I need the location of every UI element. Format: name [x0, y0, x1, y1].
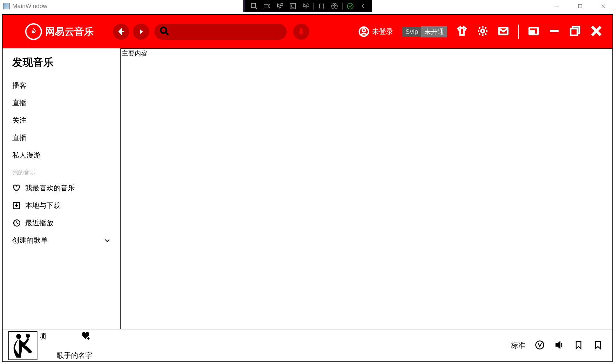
singer-name[interactable]: 歌手的名字 [57, 351, 92, 360]
svg-point-7 [347, 3, 353, 9]
messages-button[interactable] [497, 25, 509, 38]
dev-pointer-refresh-icon[interactable] [299, 0, 312, 12]
svip-label: Svip [402, 27, 421, 37]
svg-point-21 [16, 334, 21, 339]
svg-rect-4 [292, 5, 294, 7]
volume-button[interactable] [554, 340, 564, 351]
mini-mode-button[interactable] [528, 25, 539, 38]
sidebar-item-local[interactable]: 本地与下载 [12, 197, 111, 214]
svg-rect-1 [264, 5, 268, 8]
download-icon [12, 201, 21, 210]
search-input[interactable] [169, 28, 287, 35]
bookmark-button-2[interactable] [593, 340, 603, 351]
svg-rect-3 [290, 4, 295, 9]
logo[interactable]: 网易云音乐 [25, 23, 94, 40]
logo-icon [25, 23, 42, 40]
sidebar-item-created-playlists[interactable]: 创建的歌单 [12, 232, 111, 249]
history-icon [12, 219, 21, 227]
search-box[interactable] [154, 24, 287, 40]
sidebar-item-live-2[interactable]: 直播 [12, 129, 111, 147]
album-art[interactable] [8, 331, 37, 360]
dev-pointer-square-icon[interactable] [273, 0, 286, 12]
svg-point-24 [536, 341, 544, 349]
dancers-icon [12, 333, 34, 359]
like-button[interactable] [81, 331, 90, 342]
dev-braces-icon[interactable] [315, 0, 328, 12]
svg-point-12 [362, 29, 365, 32]
dev-selector-icon[interactable] [248, 0, 261, 12]
window-titlebar: MainWindow [0, 0, 615, 12]
circle-v-icon [535, 340, 545, 350]
bookmark-button-1[interactable] [574, 340, 583, 351]
sidebar: 发现音乐 播客 直播 关注 直播 私人漫游 我的音乐 我最喜欢的音乐 本地与下载… [3, 48, 120, 329]
dev-toolbar [243, 0, 372, 12]
svip-badge[interactable]: Svip 未开通 [402, 26, 447, 37]
svip-status: 未开通 [421, 26, 447, 37]
voice-search-button[interactable] [293, 24, 309, 40]
app-maximize-button[interactable] [569, 25, 581, 38]
dev-stop-icon[interactable] [286, 0, 299, 12]
login-text: 未登录 [372, 27, 393, 36]
sidebar-item-live[interactable]: 直播 [12, 94, 111, 112]
sidebar-item-label: 本地与下载 [25, 201, 61, 210]
window-close-button[interactable] [592, 0, 615, 12]
window-title: MainWindow [12, 3, 47, 10]
dev-status-ok-icon[interactable] [344, 0, 357, 12]
audio-effect-button[interactable] [535, 340, 545, 351]
track-meta-suffix: 顷 [39, 331, 46, 341]
nav-back-button[interactable] [113, 24, 129, 40]
mail-icon [497, 25, 509, 37]
app-close-button[interactable] [590, 25, 603, 39]
main-content: 主要内容 [120, 48, 612, 329]
close-icon [590, 25, 603, 37]
heart-add-icon [81, 331, 90, 340]
settings-button[interactable] [477, 25, 488, 38]
sidebar-item-roam[interactable]: 私人漫游 [12, 147, 111, 164]
heart-icon [12, 184, 21, 192]
svg-point-22 [26, 333, 30, 338]
app-header: 网易云音乐 未登录 [3, 15, 612, 48]
svg-rect-16 [530, 31, 534, 34]
svg-point-13 [481, 29, 485, 33]
sidebar-item-favorites[interactable]: 我最喜欢的音乐 [12, 179, 111, 197]
gear-icon [477, 25, 488, 37]
sidebar-section-my-music: 我的音乐 [12, 164, 111, 179]
quality-button[interactable]: 标准 [511, 341, 525, 350]
speaker-icon [554, 340, 564, 350]
dev-chevron-left-icon[interactable] [357, 0, 370, 12]
bookmark-icon [574, 340, 583, 350]
sidebar-item-label: 我最喜欢的音乐 [25, 183, 75, 193]
sidebar-item-podcast[interactable]: 播客 [12, 77, 111, 94]
bookmark-icon [593, 340, 603, 350]
dev-accessibility-icon[interactable] [328, 0, 341, 12]
svg-point-6 [334, 4, 335, 5]
window-maximize-button[interactable] [569, 0, 592, 12]
maximize-icon [569, 25, 581, 37]
player-bar: 顷 歌手的名字 标准 [3, 329, 612, 361]
user-icon [358, 26, 369, 37]
window-minimize-button[interactable] [545, 0, 569, 12]
svg-rect-18 [571, 29, 578, 35]
svg-rect-10 [300, 28, 302, 33]
separator [518, 25, 519, 39]
chevron-down-icon [104, 237, 111, 244]
sidebar-item-label: 创建的歌单 [12, 236, 48, 245]
minimize-icon [548, 25, 560, 37]
main-content-label: 主要内容 [122, 49, 148, 58]
logo-text: 网易云音乐 [45, 25, 94, 38]
svg-rect-2 [281, 4, 282, 5]
sidebar-item-label: 最近播放 [25, 218, 54, 228]
pip-icon [528, 25, 539, 37]
svg-point-9 [161, 27, 167, 33]
svg-rect-8 [579, 5, 582, 8]
app-icon [3, 3, 10, 9]
sidebar-item-follow[interactable]: 关注 [12, 112, 111, 129]
shirt-icon [456, 25, 468, 37]
app-minimize-button[interactable] [548, 25, 560, 38]
theme-button[interactable] [456, 25, 468, 38]
sidebar-item-recent[interactable]: 最近播放 [12, 214, 111, 232]
sidebar-title[interactable]: 发现音乐 [12, 56, 111, 70]
dev-camera-icon[interactable] [261, 0, 273, 12]
nav-forward-button[interactable] [133, 24, 149, 40]
login-button[interactable]: 未登录 [358, 26, 393, 37]
